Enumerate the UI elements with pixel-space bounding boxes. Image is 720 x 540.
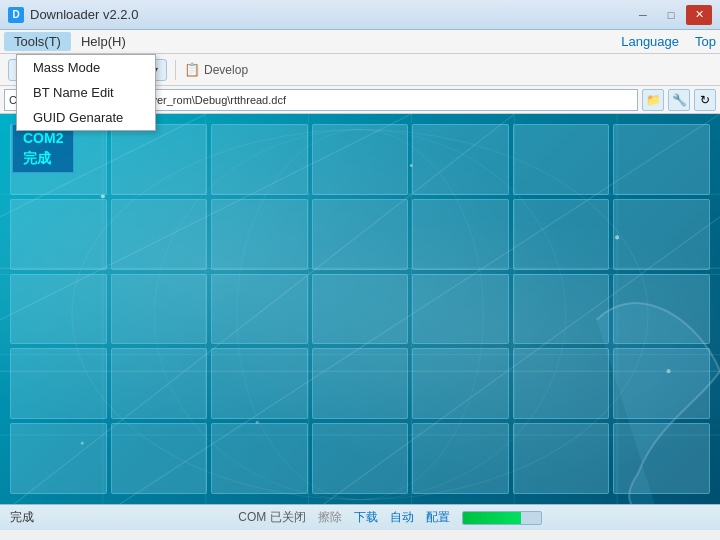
- grid-cell-25[interactable]: [312, 348, 409, 419]
- grid-cell-5[interactable]: [412, 124, 509, 195]
- dropdown-item-guid[interactable]: GUID Genarate: [17, 105, 155, 130]
- grid-cell-18[interactable]: [312, 274, 409, 345]
- status-bar: 完成 COM 已关闭 擦除 下载 自动 配置: [0, 504, 720, 530]
- grid-cell-27[interactable]: [513, 348, 610, 419]
- grid-cell-35[interactable]: [613, 423, 710, 494]
- grid-cell-31[interactable]: [211, 423, 308, 494]
- grid-cell-14[interactable]: [613, 199, 710, 270]
- grid-cell-24[interactable]: [211, 348, 308, 419]
- status-center: COM 已关闭 擦除 下载 自动 配置: [70, 509, 710, 526]
- grid-cell-17[interactable]: [211, 274, 308, 345]
- toolbar-sep2: [175, 60, 176, 80]
- status-config-link[interactable]: 配置: [426, 509, 450, 526]
- grid-cell-21[interactable]: [613, 274, 710, 345]
- develop-label: Develop: [204, 63, 248, 77]
- menu-top[interactable]: Top: [695, 34, 716, 49]
- device-grid: [10, 124, 710, 494]
- grid-cell-22[interactable]: [10, 348, 107, 419]
- develop-icon: 📋: [184, 62, 200, 77]
- grid-cell-11[interactable]: [312, 199, 409, 270]
- status-progress-bar-container: [462, 511, 542, 525]
- dropdown-item-massmode[interactable]: Mass Mode: [17, 55, 155, 80]
- grid-cell-33[interactable]: [412, 423, 509, 494]
- grid-cell-2[interactable]: [111, 124, 208, 195]
- wrench-button[interactable]: 🔧: [668, 89, 690, 111]
- grid-cell-7[interactable]: [613, 124, 710, 195]
- status-erase-link[interactable]: 擦除: [318, 509, 342, 526]
- grid-cell-30[interactable]: [111, 423, 208, 494]
- grid-cell-8[interactable]: [10, 199, 107, 270]
- app-icon: D: [8, 7, 24, 23]
- grid-cell-10[interactable]: [211, 199, 308, 270]
- grid-cell-19[interactable]: [412, 274, 509, 345]
- window-controls: ─ □ ✕: [630, 5, 712, 25]
- refresh-button[interactable]: ↻: [694, 89, 716, 111]
- grid-cell-16[interactable]: [111, 274, 208, 345]
- grid-cell-34[interactable]: [513, 423, 610, 494]
- grid-cell-20[interactable]: [513, 274, 610, 345]
- maximize-button[interactable]: □: [658, 5, 684, 25]
- main-area: COM2 完成: [0, 114, 720, 504]
- minimize-button[interactable]: ─: [630, 5, 656, 25]
- grid-cell-3[interactable]: [211, 124, 308, 195]
- com-port: COM2: [23, 129, 63, 149]
- title-bar: D Downloader v2.2.0 ─ □ ✕: [0, 0, 720, 30]
- grid-cell-29[interactable]: [10, 423, 107, 494]
- menu-language[interactable]: Language: [621, 34, 679, 49]
- grid-cell-15[interactable]: [10, 274, 107, 345]
- title-bar-left: D Downloader v2.2.0: [8, 7, 138, 23]
- grid-cell-32[interactable]: [312, 423, 409, 494]
- dropdown-item-btname[interactable]: BT Name Edit: [17, 80, 155, 105]
- grid-cell-23[interactable]: [111, 348, 208, 419]
- tools-dropdown: Mass Mode BT Name Edit GUID Genarate: [16, 54, 156, 131]
- menu-bar: Tools(T) Help(H) Language Top: [0, 30, 720, 54]
- com-status: 完成: [23, 149, 63, 169]
- grid-cell-9[interactable]: [111, 199, 208, 270]
- com-badge: COM2 完成: [12, 124, 74, 173]
- status-com-label: COM 已关闭: [238, 509, 305, 526]
- menu-help[interactable]: Help(H): [71, 32, 136, 51]
- grid-cell-12[interactable]: [412, 199, 509, 270]
- grid-cell-13[interactable]: [513, 199, 610, 270]
- folder-button[interactable]: 📁: [642, 89, 664, 111]
- app-title: Downloader v2.2.0: [30, 7, 138, 22]
- grid-cell-28[interactable]: [613, 348, 710, 419]
- close-button[interactable]: ✕: [686, 5, 712, 25]
- grid-cell-4[interactable]: [312, 124, 409, 195]
- menu-tools[interactable]: Tools(T): [4, 32, 71, 51]
- status-auto-link[interactable]: 自动: [390, 509, 414, 526]
- menu-right: Language Top: [621, 34, 716, 49]
- status-download-link[interactable]: 下载: [354, 509, 378, 526]
- grid-cell-6[interactable]: [513, 124, 610, 195]
- status-left-text: 完成: [10, 509, 70, 526]
- status-progress-bar: [463, 512, 522, 524]
- grid-cell-26[interactable]: [412, 348, 509, 419]
